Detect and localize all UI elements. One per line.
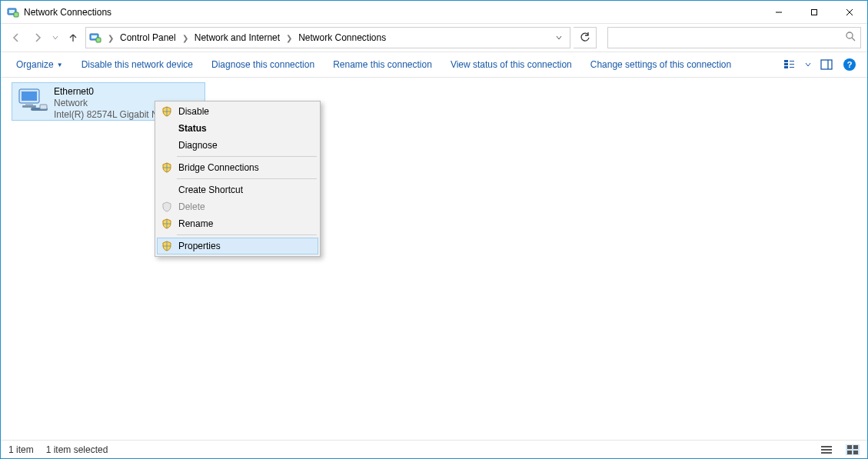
address-bar[interactable]: ❯ Control Panel ❯ Network and Internet ❯…: [85, 27, 570, 48]
chevron-right-icon[interactable]: ❯: [105, 34, 117, 42]
svg-rect-17: [790, 67, 794, 68]
organize-menu[interactable]: Organize ▼: [8, 56, 71, 73]
shield-icon: [161, 201, 172, 212]
svg-rect-16: [790, 64, 794, 65]
preview-pane-button[interactable]: [816, 55, 836, 75]
organize-label: Organize: [16, 59, 54, 70]
recent-dropdown[interactable]: [50, 28, 61, 47]
context-menu: Disable Status Diagnose Bridge Connectio…: [155, 101, 321, 257]
svg-rect-24: [40, 105, 47, 109]
ctx-delete: Delete: [157, 198, 318, 215]
ctx-bridge[interactable]: Bridge Connections: [157, 159, 318, 176]
separator: [177, 234, 317, 235]
svg-rect-14: [784, 66, 788, 68]
content-area[interactable]: Ethernet0 Network Intel(R) 82574L Gigabi…: [1, 78, 867, 440]
window-title: Network Connections: [24, 7, 111, 18]
view-options-button[interactable]: [780, 55, 800, 75]
adapter-status: Network: [54, 98, 158, 109]
disable-device-button[interactable]: Disable this network device: [74, 56, 201, 73]
svg-rect-13: [784, 63, 788, 65]
svg-rect-23: [22, 105, 36, 108]
details-view-button[interactable]: [820, 444, 833, 455]
svg-rect-2: [14, 12, 18, 17]
chevron-down-icon: ▼: [57, 62, 63, 68]
up-button[interactable]: [64, 28, 82, 47]
status-bar: 1 item 1 item selected: [1, 440, 867, 458]
search-box[interactable]: [607, 27, 861, 48]
svg-rect-26: [821, 449, 832, 451]
search-input[interactable]: [613, 32, 845, 43]
ctx-status-label: Status: [178, 123, 207, 134]
status-item-count: 1 item: [8, 444, 34, 455]
minimize-button[interactable]: [761, 1, 796, 24]
adapter-name: Ethernet0: [54, 86, 158, 98]
app-icon: [7, 6, 19, 18]
svg-point-10: [846, 32, 853, 38]
svg-rect-12: [784, 60, 788, 62]
adapter-device: Intel(R) 82574L Gigabit N: [54, 109, 158, 121]
shield-icon: [161, 106, 172, 117]
help-button[interactable]: ?: [840, 55, 860, 75]
svg-rect-29: [853, 445, 858, 449]
titlebar: Network Connections: [1, 1, 867, 24]
change-settings-button[interactable]: Change settings of this connection: [583, 56, 739, 73]
forward-button[interactable]: [28, 28, 47, 47]
shield-icon: [161, 241, 172, 251]
ctx-create-shortcut[interactable]: Create Shortcut: [157, 181, 318, 198]
location-icon: [89, 32, 101, 44]
ctx-properties-label: Properties: [178, 241, 221, 251]
ctx-rename-label: Rename: [178, 218, 213, 229]
separator: [177, 156, 317, 157]
view-dropdown[interactable]: [803, 55, 813, 75]
status-selected-count: 1 item selected: [46, 444, 108, 455]
command-bar: Organize ▼ Disable this network device D…: [1, 52, 867, 78]
shield-icon: [161, 218, 172, 229]
svg-rect-15: [790, 61, 794, 62]
svg-rect-9: [96, 38, 101, 42]
close-button[interactable]: [832, 1, 867, 24]
adapter-text: Ethernet0 Network Intel(R) 82574L Gigabi…: [54, 86, 158, 121]
ctx-shortcut-label: Create Shortcut: [178, 185, 243, 195]
back-button[interactable]: [7, 28, 25, 47]
search-icon[interactable]: [845, 31, 856, 45]
ctx-rename[interactable]: Rename: [157, 215, 318, 232]
address-row: ❯ Control Panel ❯ Network and Internet ❯…: [1, 24, 867, 52]
svg-rect-28: [847, 445, 852, 449]
maximize-button[interactable]: [796, 1, 832, 24]
separator: [177, 178, 317, 179]
window: Network Connections ❯ Con: [0, 0, 868, 459]
breadcrumb-control-panel[interactable]: Control Panel: [118, 32, 178, 43]
ctx-disable-label: Disable: [178, 106, 209, 117]
svg-rect-31: [853, 451, 858, 454]
address-dropdown[interactable]: [551, 34, 567, 42]
svg-rect-21: [22, 91, 37, 101]
svg-rect-22: [25, 103, 33, 105]
network-adapter-icon: [17, 86, 48, 117]
shield-icon: [161, 162, 172, 173]
ctx-bridge-label: Bridge Connections: [178, 162, 259, 173]
refresh-button[interactable]: [574, 27, 597, 48]
rename-connection-button[interactable]: Rename this connection: [325, 56, 440, 73]
breadcrumb-network-connections[interactable]: Network Connections: [297, 32, 387, 43]
svg-rect-27: [821, 452, 832, 454]
help-icon: ?: [843, 58, 856, 71]
svg-line-11: [852, 38, 855, 41]
ctx-delete-label: Delete: [178, 201, 205, 212]
ctx-diagnose[interactable]: Diagnose: [157, 137, 318, 154]
svg-rect-4: [812, 9, 817, 15]
svg-rect-18: [821, 60, 832, 69]
chevron-right-icon[interactable]: ❯: [283, 34, 295, 42]
ctx-diagnose-label: Diagnose: [178, 140, 218, 151]
ctx-status[interactable]: Status: [157, 120, 318, 137]
chevron-right-icon[interactable]: ❯: [179, 34, 191, 42]
ctx-properties[interactable]: Properties: [157, 238, 318, 254]
svg-rect-30: [847, 451, 852, 454]
breadcrumb-network-internet[interactable]: Network and Internet: [193, 32, 281, 43]
diagnose-connection-button[interactable]: Diagnose this connection: [204, 56, 322, 73]
svg-rect-25: [821, 446, 832, 447]
view-status-button[interactable]: View status of this connection: [443, 56, 580, 73]
tiles-view-button[interactable]: [846, 444, 860, 455]
ctx-disable[interactable]: Disable: [157, 103, 318, 120]
